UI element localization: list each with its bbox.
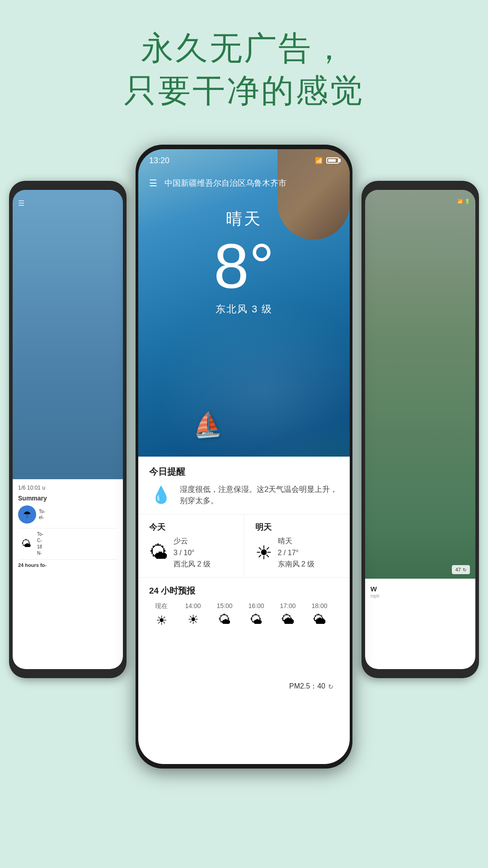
weather-wind: 东北风 3 级 [138, 302, 350, 316]
reminder-title: 今日提醒 [149, 466, 339, 478]
reminder-text: 湿度很低，注意保湿。这2天气温会明显上升，别穿太多。 [180, 484, 339, 507]
status-bar: 13:20 📶 [138, 149, 350, 172]
forecast-scroll[interactable]: 现在 ☀ 14:00 ☀ 15:00 🌤 16:00 🌤 17:00 🌥 18:… [149, 602, 339, 628]
publish-time: 5-22 13:20 发布 [149, 684, 200, 694]
phone-main: ⛵ 13:20 📶 ☰ 中国新疆维吾尔自治区乌鲁木齐市 晴天 [136, 145, 352, 769]
tomorrow-section: 明天 ☀ 晴天 2 / 17° 东南风 2 级 [244, 514, 350, 577]
top-nav: ☰ 中国新疆维吾尔自治区乌鲁木齐市 [138, 172, 350, 194]
phone-left-bottom: 1/6 10:01 u Summary ☂ To- el- 🌤 To- C- 1… [13, 479, 123, 669]
status-time: 13:20 [149, 156, 169, 165]
weather-condition: 晴天 [138, 208, 350, 230]
umbrella-text: To- el- [39, 509, 45, 520]
forecast-24h: 24 小时预报 现在 ☀ 14:00 ☀ 15:00 🌤 16:00 🌤 17:… [138, 578, 350, 628]
left-umbrella-row: ☂ To- el- [18, 505, 117, 524]
forecast-item-icon: ☀ [156, 613, 167, 628]
weather-temperature: 8° [138, 235, 350, 298]
right-temp: w [371, 584, 470, 594]
forecast-item: 15:00 🌤 [212, 602, 237, 628]
left-today-info: To- C- 18 N- [37, 531, 43, 557]
header-line2: 只要干净的感觉 [0, 70, 488, 112]
phone-right: 📶 🔋 47 ↻ w mph [361, 181, 479, 678]
today-info: 少云 3 / 10° 西北风 2 级 [174, 535, 211, 570]
pm-badge[interactable]: PM2.5：40 ↻ [284, 679, 339, 694]
today-reminder: 今日提醒 💧 湿度很低，注意保湿。这2天气温会明显上升，别穿太多。 [138, 457, 350, 514]
refresh-icon[interactable]: ↻ [328, 683, 333, 690]
tomorrow-weather-row: ☀ 晴天 2 / 17° 东南风 2 级 [255, 535, 339, 570]
water-drop-icon: 💧 [149, 483, 173, 507]
left-today-row: 🌤 To- C- 18 N- [18, 531, 117, 557]
today-weather-icon: 🌤 [149, 542, 168, 563]
phone-right-bottom: w mph [365, 579, 475, 669]
right-mph: mph [371, 594, 470, 599]
phone-right-screen: 📶 🔋 47 ↻ w mph [365, 190, 475, 669]
sun-icon-small: 🌤 [18, 536, 34, 552]
left-summary-title: Summary [18, 495, 117, 502]
today-tomorrow-section: 今天 🌤 少云 3 / 10° 西北风 2 级 明天 [138, 514, 350, 578]
status-icons: 📶 [315, 157, 339, 164]
forecast-item-icon: 🌤 [250, 612, 263, 627]
battery-icon [326, 157, 339, 164]
left-date: 1/6 10:01 u [18, 485, 117, 491]
forecast-item-time: 15:00 [216, 602, 232, 609]
forecast-item-time: 现在 [155, 602, 168, 610]
forecast-item-icon: 🌥 [313, 612, 326, 627]
forecast-item: 16:00 🌤 [244, 602, 268, 628]
phone-right-status: 📶 🔋 [371, 199, 470, 204]
forecast-item: 14:00 ☀ [181, 602, 205, 628]
pm-value: PM2.5：40 [289, 682, 325, 691]
weather-main: 晴天 8° 东北风 3 级 [138, 208, 350, 316]
menu-icon[interactable]: ☰ [149, 178, 157, 189]
forecast-item-time: 18:00 [311, 602, 327, 609]
phone-left: ☰ 1/6 10:01 u Summary ☂ To- el- 🌤 To- [9, 181, 127, 678]
forecast-item-time: 17:00 [280, 602, 296, 609]
content-area: 今日提醒 💧 湿度很低，注意保湿。这2天气温会明显上升，别穿太多。 今天 🌤 [138, 457, 350, 764]
forecast-item-time: 16:00 [248, 602, 264, 609]
tomorrow-weather-icon: ☀ [255, 542, 272, 564]
phone-left-screen: ☰ 1/6 10:01 u Summary ☂ To- el- 🌤 To- [13, 190, 123, 669]
refresh-icon-right: ↻ [463, 567, 466, 572]
header-line1: 永久无广告， [0, 27, 488, 70]
today-weather-row: 🌤 少云 3 / 10° 西北风 2 级 [149, 535, 233, 570]
forecast-item-icon: 🌥 [282, 612, 294, 627]
forecast-item: 17:00 🌥 [276, 602, 300, 628]
phones-container: ☰ 1/6 10:01 u Summary ☂ To- el- 🌤 To- [0, 145, 488, 868]
tomorrow-label: 明天 [255, 522, 339, 533]
left-24h: 24 hours fo- [18, 562, 117, 568]
tomorrow-info: 晴天 2 / 17° 东南风 2 级 [278, 535, 315, 570]
forecast-item-icon: ☀ [188, 612, 199, 627]
forecast-item-time: 14:00 [185, 602, 201, 609]
umbrella-icon: ☂ [18, 505, 36, 524]
boat-icon: ⛵ [191, 410, 223, 439]
wifi-icon: 📶 [315, 157, 323, 164]
ocean-background: ⛵ [138, 149, 350, 502]
forecast-item-icon: 🌤 [218, 612, 231, 627]
forecast-title: 24 小时预报 [149, 585, 339, 597]
today-section: 今天 🌤 少云 3 / 10° 西北风 2 级 [138, 514, 244, 577]
header-text: 永久无广告， 只要干净的感觉 [0, 27, 488, 112]
today-label: 今天 [149, 522, 233, 533]
phone-main-screen: ⛵ 13:20 📶 ☰ 中国新疆维吾尔自治区乌鲁木齐市 晴天 [138, 149, 350, 764]
right-pm-badge: 47 ↻ [452, 565, 470, 574]
forecast-item: 现在 ☀ [149, 602, 174, 628]
reminder-content: 💧 湿度很低，注意保湿。这2天气温会明显上升，别穿太多。 [149, 483, 339, 507]
forecast-item: 18:00 🌥 [307, 602, 332, 628]
city-name: 中国新疆维吾尔自治区乌鲁木齐市 [164, 178, 286, 189]
